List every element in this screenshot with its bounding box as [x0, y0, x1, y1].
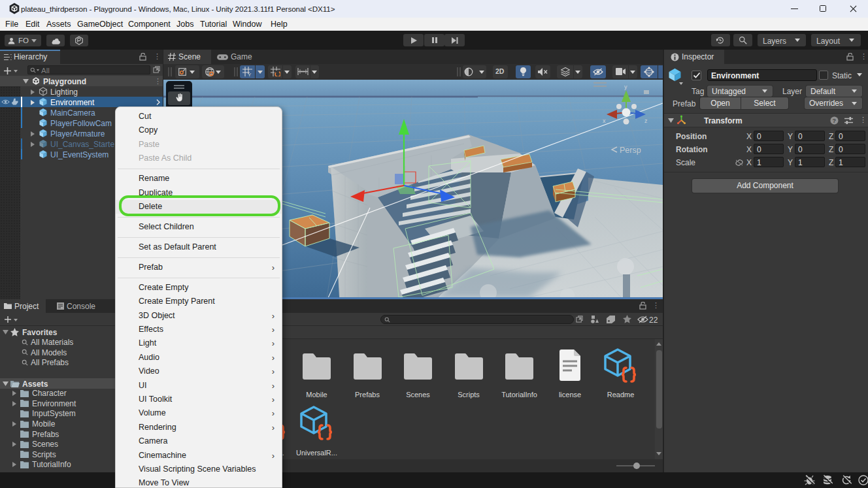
svg-text:x: x [603, 118, 606, 124]
svg-text:?: ? [833, 118, 837, 124]
svg-text:Y: Y [248, 72, 252, 76]
svg-text:Persp: Persp [620, 146, 641, 155]
svg-text:z: z [644, 118, 648, 124]
svg-text:y: y [624, 84, 627, 90]
